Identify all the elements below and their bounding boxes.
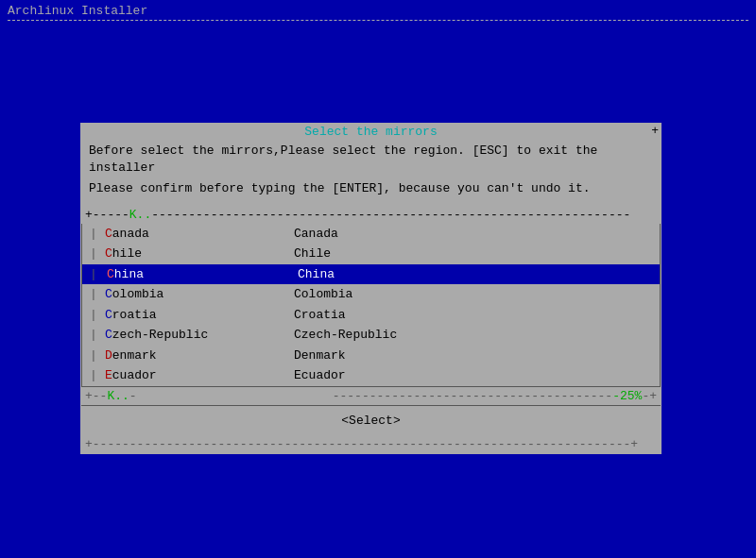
row-right: Denmark [294,347,652,365]
footer-percentage: -25% [612,389,642,403]
list-item[interactable]: | Canada Canada [82,224,660,245]
row-left: Denmark [105,347,294,365]
dialog-bottom-border: +---------------------------------------… [81,435,661,453]
initial-letter: C [105,227,112,241]
row-pipe: | [90,347,97,365]
row-pipe: | [90,265,97,284]
row-left: Colombia [105,285,294,304]
list-footer: +--K..- --------------------------------… [81,386,661,405]
row-left: Chile [105,245,294,263]
initial-letter: D [105,348,112,363]
initial-letter: C [105,246,112,261]
dialog-close-icon: + [651,124,659,138]
initial-letter: E [105,368,112,382]
initial-letter: C [105,287,112,301]
list-header-row: +----- K.. -----------------------------… [81,206,661,224]
footer-dashes: -------------------------------------- [333,389,612,403]
row-left-selected: China [105,265,294,284]
button-bar: <Select> [81,405,661,435]
list-header-dashes: ----------------------------------------… [151,208,630,222]
footer-border-left: +-- [85,389,107,403]
dialog-window: Select the mirrors + Before select the m… [80,123,662,454]
instruction-line1: Before select the mirrors,Please select … [89,143,653,177]
list-item[interactable]: | Chile Chile [82,244,660,264]
row-pipe: | [90,285,97,304]
list-item[interactable]: | Czech-Republic Czech-Republic [82,325,660,346]
row-left: Croatia [105,306,294,325]
row-right: Czech-Republic [294,326,652,345]
dialog-title-bar: Select the mirrors + [81,124,661,139]
row-rest: hina [114,267,144,281]
footer-border-mid: - [129,389,137,403]
row-right: Croatia [294,306,652,325]
row-right: Canada [294,225,652,244]
list-header-pipe: +----- [85,208,129,222]
row-right: Ecuador [294,366,652,385]
row-pipe: | [90,326,97,345]
row-pipe: | [90,366,97,385]
row-pipe: | [90,306,97,325]
row-right-selected: China [294,265,652,284]
list-item-selected[interactable]: | China China [82,264,660,285]
list-container[interactable]: | Canada Canada | Chile Chile | China Ch… [81,224,661,386]
initial-letter: C [105,328,112,342]
footer-left: +--K..- [85,389,137,403]
list-header-indicator: K.. [129,208,151,222]
footer-border-right: -+ [642,389,657,403]
row-left: Canada [105,225,294,244]
row-left: Czech-Republic [105,326,294,345]
row-pipe: | [90,225,97,244]
select-button[interactable]: <Select> [334,412,407,430]
row-right: Colombia [294,285,652,304]
row-right: Chile [294,245,652,263]
footer-right: ---------------------------------------2… [333,389,657,403]
dialog-title: Select the mirrors [81,125,661,139]
instruction-line2: Please confirm before typing the [ENTER]… [89,180,653,197]
dialog-content: Before select the mirrors,Please select … [81,139,661,206]
list-item[interactable]: | Croatia Croatia [82,305,660,326]
app-title: Archlinux Installer [8,4,147,18]
footer-indicator: K.. [107,389,129,403]
initial-letter: C [105,308,112,322]
list-item[interactable]: | Colombia Colombia [82,284,660,305]
title-bar: Archlinux Installer [0,0,756,25]
initial-letter: C [107,267,114,281]
list-item[interactable]: | Denmark Denmark [82,346,660,366]
row-left: Ecuador [105,366,294,385]
list-item[interactable]: | Ecuador Ecuador [82,365,660,386]
row-pipe: | [90,245,97,263]
